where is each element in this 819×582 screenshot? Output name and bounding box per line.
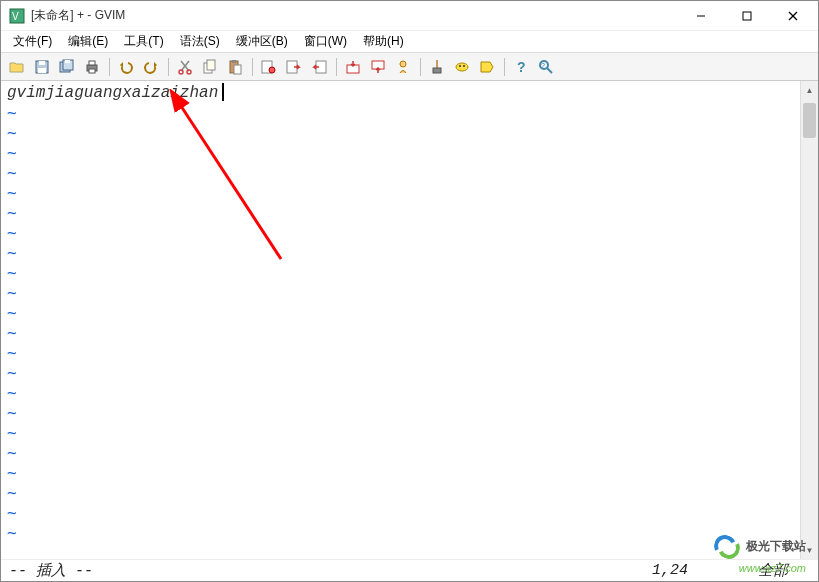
empty-line-marker: ~ bbox=[7, 503, 794, 523]
copy-icon[interactable] bbox=[198, 56, 222, 78]
toolbar-separator bbox=[105, 56, 113, 78]
empty-line-marker: ~ bbox=[7, 363, 794, 383]
shell-icon[interactable] bbox=[450, 56, 474, 78]
menu-syntax[interactable]: 语法(S) bbox=[172, 31, 228, 52]
empty-line-marker: ~ bbox=[7, 303, 794, 323]
toolbar-separator bbox=[332, 56, 340, 78]
svg-rect-8 bbox=[38, 68, 46, 73]
empty-line-marker: ~ bbox=[7, 223, 794, 243]
empty-line-marker: ~ bbox=[7, 163, 794, 183]
window-title: [未命名] + - GVIM bbox=[31, 7, 125, 24]
empty-line-marker: ~ bbox=[7, 123, 794, 143]
editor-area: gvimjiaguangxaizaizhan ~ ~ ~ ~ ~ ~ ~ ~ ~… bbox=[1, 81, 818, 559]
empty-line-marker: ~ bbox=[7, 203, 794, 223]
toolbar-separator bbox=[248, 56, 256, 78]
findhelp-icon[interactable]: ? bbox=[534, 56, 558, 78]
empty-line-marker: ~ bbox=[7, 423, 794, 443]
svg-line-38 bbox=[547, 68, 552, 73]
editor-content: gvimjiaguangxaizaizhan bbox=[7, 84, 218, 102]
empty-line-marker: ~ bbox=[7, 103, 794, 123]
empty-line-marker: ~ bbox=[7, 343, 794, 363]
svg-rect-20 bbox=[207, 60, 215, 70]
empty-line-marker: ~ bbox=[7, 483, 794, 503]
menu-help[interactable]: 帮助(H) bbox=[355, 31, 412, 52]
svg-rect-13 bbox=[89, 61, 95, 65]
cut-icon[interactable] bbox=[173, 56, 197, 78]
svg-text:?: ? bbox=[517, 59, 526, 75]
svg-rect-3 bbox=[743, 12, 751, 20]
empty-line-marker: ~ bbox=[7, 443, 794, 463]
minimize-button[interactable] bbox=[678, 1, 724, 31]
make-icon[interactable] bbox=[425, 56, 449, 78]
scroll-thumb[interactable] bbox=[803, 103, 816, 138]
empty-line-marker: ~ bbox=[7, 283, 794, 303]
empty-line-marker: ~ bbox=[7, 323, 794, 343]
empty-line-marker: ~ bbox=[7, 523, 794, 543]
svg-rect-11 bbox=[65, 60, 70, 63]
status-view: 全部 bbox=[758, 561, 788, 580]
title-bar: V [未命名] + - GVIM bbox=[1, 1, 818, 31]
tags-icon[interactable] bbox=[475, 56, 499, 78]
maximize-button[interactable] bbox=[724, 1, 770, 31]
session-new-icon[interactable] bbox=[341, 56, 365, 78]
empty-line-marker: ~ bbox=[7, 143, 794, 163]
vertical-scrollbar[interactable]: ▲ ▼ bbox=[800, 81, 818, 559]
svg-point-25 bbox=[269, 67, 275, 73]
scroll-down-icon[interactable]: ▼ bbox=[801, 541, 818, 559]
empty-line-marker: ~ bbox=[7, 243, 794, 263]
svg-point-35 bbox=[463, 65, 465, 67]
empty-line-marker: ~ bbox=[7, 263, 794, 283]
paste-icon[interactable] bbox=[223, 56, 247, 78]
status-bar: -- 插入 -- 1,24 全部 bbox=[1, 559, 818, 581]
toolbar-separator bbox=[416, 56, 424, 78]
print-icon[interactable] bbox=[80, 56, 104, 78]
svg-point-34 bbox=[459, 65, 461, 67]
undo-icon[interactable] bbox=[114, 56, 138, 78]
empty-line-marker: ~ bbox=[7, 403, 794, 423]
svg-point-17 bbox=[179, 70, 183, 74]
redo-icon[interactable] bbox=[139, 56, 163, 78]
menu-buffers[interactable]: 缓冲区(B) bbox=[228, 31, 296, 52]
menu-bar: 文件(F) 编辑(E) 工具(T) 语法(S) 缓冲区(B) 窗口(W) 帮助(… bbox=[1, 31, 818, 53]
empty-line-marker: ~ bbox=[7, 383, 794, 403]
svg-point-18 bbox=[187, 70, 191, 74]
svg-rect-23 bbox=[234, 65, 241, 74]
findprev-icon[interactable] bbox=[307, 56, 331, 78]
svg-rect-22 bbox=[232, 60, 236, 63]
menu-edit[interactable]: 编辑(E) bbox=[60, 31, 116, 52]
toolbar-separator bbox=[500, 56, 508, 78]
text-cursor bbox=[222, 83, 224, 101]
app-icon: V bbox=[9, 8, 25, 24]
status-mode: -- 插入 -- bbox=[9, 561, 93, 580]
scroll-up-icon[interactable]: ▲ bbox=[801, 81, 818, 99]
replace-icon[interactable] bbox=[257, 56, 281, 78]
svg-point-30 bbox=[400, 61, 406, 67]
status-position: 1,24 bbox=[652, 562, 688, 579]
empty-line-marker: ~ bbox=[7, 463, 794, 483]
svg-rect-31 bbox=[436, 60, 438, 68]
svg-rect-7 bbox=[39, 61, 45, 65]
open-icon[interactable] bbox=[5, 56, 29, 78]
toolbar: ? ? bbox=[1, 53, 818, 81]
script-icon[interactable] bbox=[391, 56, 415, 78]
svg-text:V: V bbox=[12, 11, 19, 22]
text-editor[interactable]: gvimjiaguangxaizaizhan ~ ~ ~ ~ ~ ~ ~ ~ ~… bbox=[1, 81, 800, 559]
menu-tools[interactable]: 工具(T) bbox=[116, 31, 171, 52]
help-icon[interactable]: ? bbox=[509, 56, 533, 78]
save-icon[interactable] bbox=[30, 56, 54, 78]
svg-rect-32 bbox=[433, 68, 441, 73]
svg-text:?: ? bbox=[541, 62, 545, 69]
menu-file[interactable]: 文件(F) bbox=[5, 31, 60, 52]
close-button[interactable] bbox=[770, 1, 816, 31]
svg-point-33 bbox=[456, 63, 468, 71]
saveall-icon[interactable] bbox=[55, 56, 79, 78]
session-load-icon[interactable] bbox=[366, 56, 390, 78]
findnext-icon[interactable] bbox=[282, 56, 306, 78]
toolbar-separator bbox=[164, 56, 172, 78]
empty-line-marker: ~ bbox=[7, 183, 794, 203]
menu-window[interactable]: 窗口(W) bbox=[296, 31, 355, 52]
svg-rect-14 bbox=[89, 69, 95, 73]
